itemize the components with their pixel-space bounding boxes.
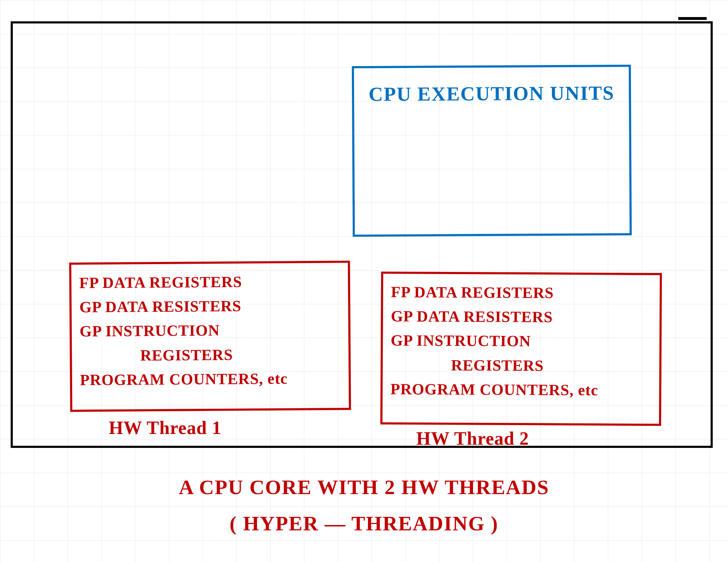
- thread2-gp-data-registers: GP DATA RESISTERS: [391, 304, 652, 330]
- thread2-gp-instruction: GP INSTRUCTION: [391, 328, 652, 354]
- diagram-caption: A CPU CORE WITH 2 HW THREADS ( HYPER — T…: [0, 469, 728, 541]
- exec-line-3: UNITS: [550, 82, 614, 104]
- hw-thread-2-content: FP DATA REGISTERS GP DATA RESISTERS GP I…: [390, 280, 652, 403]
- thread1-registers: REGISTERS: [80, 342, 341, 368]
- exec-line-2: EXECUTION: [417, 82, 544, 105]
- thread2-fp-registers: FP DATA REGISTERS: [391, 280, 652, 306]
- hw-thread-1-box: FP DATA REGISTERS GP DATA RESISTERS GP I…: [69, 261, 351, 412]
- hw-thread-1-label: HW Thread 1: [109, 417, 221, 438]
- thread2-program-counters: PROGRAM COUNTERS, etc: [390, 377, 651, 403]
- hw-thread-1-content: FP DATA REGISTERS GP DATA RESISTERS GP I…: [79, 269, 341, 392]
- cpu-execution-units-box: CPU EXECUTION UNITS: [352, 65, 632, 237]
- hw-thread-2-label: HW Thread 2: [416, 428, 529, 449]
- thread1-gp-instruction: GP INSTRUCTION: [80, 318, 341, 344]
- cpu-core-container: CPU EXECUTION UNITS FP DATA REGISTERS GP…: [11, 21, 713, 448]
- thread1-gp-data-registers: GP DATA RESISTERS: [79, 294, 340, 320]
- top-accent-mark: [678, 17, 707, 20]
- cpu-execution-units-label: CPU EXECUTION UNITS: [354, 67, 629, 110]
- thread2-registers: REGISTERS: [391, 353, 652, 379]
- exec-line-1: CPU: [369, 83, 412, 105]
- caption-line-1: A CPU CORE WITH 2 HW THREADS: [0, 469, 728, 505]
- hw-thread-2-box: FP DATA REGISTERS GP DATA RESISTERS GP I…: [380, 272, 662, 426]
- caption-line-2: ( HYPER — THREADING ): [0, 505, 728, 542]
- thread1-fp-registers: FP DATA REGISTERS: [79, 269, 340, 295]
- thread1-program-counters: PROGRAM COUNTERS, etc: [80, 366, 341, 392]
